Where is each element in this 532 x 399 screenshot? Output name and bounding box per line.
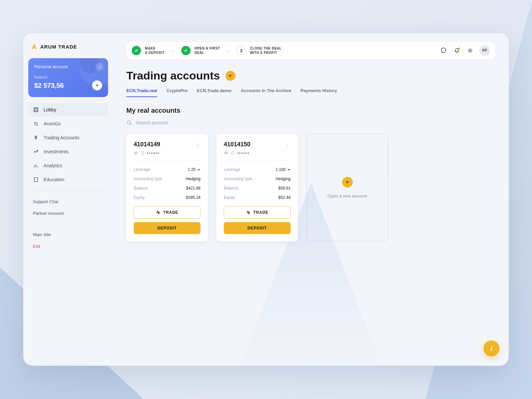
- activity-icon: [246, 210, 251, 215]
- card-menu-icon[interactable]: ⋮: [285, 141, 291, 147]
- tab-ecn-demo[interactable]: ECN.Trade.demo: [197, 88, 231, 97]
- leverage-select[interactable]: 1:100: [276, 167, 291, 172]
- tab-cryptopro[interactable]: CryptoPro: [167, 88, 188, 97]
- nav-label: ArumGo: [44, 121, 61, 126]
- trade-button[interactable]: TRADE: [224, 206, 291, 219]
- tab-ecn-real[interactable]: ECN.Trade.real: [126, 88, 157, 97]
- svg-rect-5: [34, 178, 38, 182]
- balance-label: Balance: [34, 75, 102, 79]
- account-number: 41014150: [224, 141, 250, 148]
- balance-label: Balance: [134, 186, 148, 191]
- book-icon: [33, 177, 39, 183]
- eye-off-icon[interactable]: [134, 151, 138, 155]
- step-1: MAKEA DEPOSIT: [132, 46, 165, 55]
- chart-icon: [33, 163, 39, 169]
- add-account-button[interactable]: +: [225, 71, 235, 81]
- deposit-button[interactable]: DEPOSIT: [134, 222, 200, 234]
- deposit-button[interactable]: DEPOSIT: [224, 222, 291, 234]
- activity-icon: [156, 210, 161, 215]
- step-text: MAKEA DEPOSIT: [145, 46, 165, 55]
- app-window: ARUM TRADE Personal account Balance $2 5…: [23, 33, 509, 366]
- open-new-account-label: Open a new account: [328, 194, 367, 199]
- svg-point-2: [99, 68, 100, 68]
- leverage-label: Leverage: [134, 167, 150, 172]
- lobby-icon: [33, 107, 39, 113]
- chevron-down-icon: [287, 168, 291, 171]
- bell-icon[interactable]: [453, 47, 461, 55]
- add-funds-button[interactable]: +: [92, 80, 102, 90]
- step-text: CLOSE THE DEALWITH A PROFIT: [250, 46, 282, 55]
- exit-link[interactable]: Exit: [28, 240, 108, 252]
- trend-icon: [33, 149, 39, 155]
- plus-icon: +: [342, 177, 353, 188]
- account-card: 41014150 ⋮ ••••••• Leverage 1:100 Accoun…: [216, 134, 298, 241]
- sidebar-nav: Lobby ArumGo Trading Accounts Investment…: [28, 103, 108, 186]
- account-tabs: ECN.Trade.real CryptoPro ECN.Trade.demo …: [126, 88, 495, 97]
- leverage-select[interactable]: 1:25: [188, 167, 200, 172]
- chat-icon[interactable]: [440, 47, 448, 55]
- main-content: MAKEA DEPOSIT › OPEN A FIRSTDEAL › 3 CLO…: [113, 33, 509, 366]
- tab-payments[interactable]: Payments History: [301, 88, 337, 97]
- equity-label: Equity: [224, 195, 235, 200]
- account-card: 41014149 ⋮ ••••••• Leverage 1:25 Account…: [126, 134, 208, 241]
- card-more-icon[interactable]: [95, 63, 103, 71]
- svg-point-7: [469, 50, 471, 52]
- divider: [224, 161, 291, 161]
- nav-label: Education: [44, 177, 64, 182]
- chevron-down-icon: [197, 168, 200, 171]
- nav-education[interactable]: Education: [28, 173, 108, 186]
- divider: [134, 161, 200, 161]
- user-avatar[interactable]: PF: [479, 45, 490, 56]
- acct-type-value: Hedging: [276, 177, 291, 181]
- account-cards: 41014149 ⋮ ••••••• Leverage 1:25 Account…: [126, 134, 495, 241]
- partner-account-link[interactable]: Partner Account: [28, 207, 108, 219]
- balance-label: Balance: [224, 186, 238, 191]
- chevron-right-icon: ›: [227, 47, 229, 54]
- nav-label: Investments: [44, 149, 68, 154]
- nav-lobby[interactable]: Lobby: [28, 103, 108, 116]
- balance-value: $56.91: [278, 186, 291, 191]
- brand-text: ARUM TRADE: [40, 44, 77, 50]
- step-3: 3 CLOSE THE DEALWITH A PROFIT: [236, 46, 282, 55]
- nav-analytics[interactable]: Analytics: [28, 159, 108, 172]
- open-new-account-card[interactable]: + Open a new account: [307, 134, 388, 241]
- leverage-label: Leverage: [224, 167, 240, 172]
- personal-account-card: Personal account Balance $2 573,56 +: [28, 58, 108, 97]
- info-fab[interactable]: i: [483, 340, 499, 356]
- divider: [31, 224, 105, 224]
- balance-value: $421.68: [186, 186, 200, 191]
- nav-investments[interactable]: Investments: [28, 145, 108, 158]
- balance-amount: $2 573,56: [34, 82, 64, 89]
- nav-arumgo[interactable]: ArumGo: [28, 117, 108, 130]
- nav-label: Analytics: [44, 163, 62, 168]
- trade-button[interactable]: TRADE: [134, 206, 200, 219]
- search-icon: [126, 120, 132, 126]
- main-site-link[interactable]: Main Site: [28, 229, 108, 240]
- card-menu-icon[interactable]: ⋮: [195, 141, 200, 147]
- chevron-right-icon: ›: [172, 47, 174, 54]
- notification-dot: [458, 48, 460, 50]
- acct-type-label: Accounting type: [224, 177, 252, 181]
- svg-point-1: [99, 66, 100, 67]
- svg-point-8: [127, 121, 131, 124]
- nav-label: Lobby: [44, 107, 56, 112]
- search-input[interactable]: [136, 120, 222, 125]
- topbar-actions: PF: [440, 45, 490, 56]
- check-icon: [181, 46, 191, 55]
- step-2: OPEN A FIRSTDEAL: [181, 46, 220, 55]
- nav-label: Trading Accounts: [44, 135, 79, 140]
- progress-topbar: MAKEA DEPOSIT › OPEN A FIRSTDEAL › 3 CLO…: [126, 42, 495, 59]
- svg-point-0: [99, 66, 100, 66]
- masked-password: •••••••: [147, 151, 160, 155]
- eye-off-icon[interactable]: [224, 151, 228, 155]
- support-chat-link[interactable]: Support Chat: [28, 196, 108, 207]
- gear-icon[interactable]: [466, 47, 474, 55]
- refresh-icon[interactable]: [140, 151, 145, 155]
- nav-trading-accounts[interactable]: Trading Accounts: [28, 131, 108, 144]
- acct-type-label: Accounting type: [134, 177, 162, 181]
- brand-logo: ARUM TRADE: [28, 43, 108, 58]
- tab-archive[interactable]: Accounts In The Archive: [241, 88, 291, 97]
- dollar-icon: [33, 135, 39, 141]
- refresh-icon[interactable]: [230, 151, 235, 155]
- equity-value: $52.44: [278, 195, 291, 200]
